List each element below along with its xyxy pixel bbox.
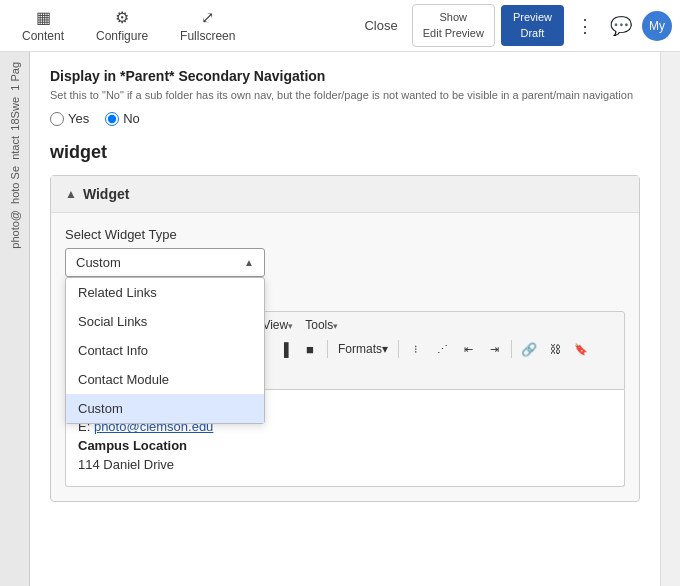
- sep5: [511, 340, 512, 358]
- no-label: No: [123, 111, 140, 126]
- dropdown-trigger[interactable]: Custom ▲: [65, 248, 265, 277]
- sidebar-address: 18Swe: [9, 97, 21, 131]
- dropdown-item-custom[interactable]: Custom: [66, 394, 264, 423]
- show-edit-preview-button[interactable]: Show Edit Preview: [412, 4, 495, 47]
- tab-configure-label: Configure: [96, 29, 148, 43]
- tab-content-label: Content: [22, 29, 64, 43]
- widget-type-dropdown[interactable]: Custom ▲ Related Links Social Links Cont…: [65, 248, 265, 277]
- dropdown-item-social-links[interactable]: Social Links: [66, 307, 264, 336]
- content-campus-location-heading: Campus Location: [78, 438, 612, 453]
- radio-no-label[interactable]: No: [105, 111, 140, 126]
- toolbar-tabs: ▦ Content ⚙ Configure ⤢ Fullscreen: [8, 0, 249, 51]
- dropdown-selected-value: Custom: [76, 255, 121, 270]
- main-area: 1 Pag 18Swe ntact hoto Se photo@ Display…: [0, 52, 680, 586]
- sidebar-page-label: 1 Pag: [9, 62, 21, 91]
- tab-content[interactable]: ▦ Content: [8, 0, 78, 51]
- sidebar-photo: hoto Se: [9, 166, 21, 204]
- sidebar-contact: ntact: [9, 136, 21, 160]
- wysiwyg-unlink-btn[interactable]: ⛓: [543, 338, 567, 360]
- show-edit-label: Show Edit Preview: [423, 11, 484, 39]
- tab-fullscreen[interactable]: ⤢ Fullscreen: [166, 0, 249, 51]
- wysiwyg-ul-btn[interactable]: ⁝: [404, 338, 428, 360]
- top-toolbar: ▦ Content ⚙ Configure ⤢ Fullscreen Close…: [0, 0, 680, 52]
- tab-configure[interactable]: ⚙ Configure: [82, 0, 162, 51]
- preview-draft-button[interactable]: Preview Draft: [501, 5, 564, 46]
- wysiwyg-tools-menu[interactable]: Tools▾: [300, 316, 343, 334]
- sep4: [398, 340, 399, 358]
- chevron-up-icon: ▲: [65, 187, 77, 201]
- dropdown-item-contact-info[interactable]: Contact Info: [66, 336, 264, 365]
- nav-display-section: Display in *Parent* Secondary Navigation…: [50, 68, 640, 126]
- wysiwyg-indent-btn[interactable]: ⇥: [482, 338, 506, 360]
- fullscreen-icon: ⤢: [201, 8, 214, 27]
- radio-group: Yes No: [50, 111, 640, 126]
- radio-yes[interactable]: [50, 112, 64, 126]
- wysiwyg-outdent-btn[interactable]: ⇤: [456, 338, 480, 360]
- nav-display-description: Set this to "No" if a sub folder has its…: [50, 88, 640, 103]
- preview-draft-label: Preview Draft: [513, 11, 552, 39]
- radio-yes-label[interactable]: Yes: [50, 111, 89, 126]
- select-widget-label: Select Widget Type: [65, 227, 625, 242]
- close-button[interactable]: Close: [356, 14, 405, 37]
- chat-icon: 💬: [606, 11, 636, 41]
- sep3: [327, 340, 328, 358]
- user-avatar[interactable]: My: [642, 11, 672, 41]
- wysiwyg-ol-btn[interactable]: ⋰: [430, 338, 454, 360]
- sidebar-email: photo@: [9, 210, 21, 249]
- content-icon: ▦: [36, 8, 51, 27]
- nav-display-title: Display in *Parent* Secondary Navigation: [50, 68, 640, 84]
- toolbar-right: Close Show Edit Preview Preview Draft ⋮ …: [356, 4, 672, 47]
- tab-fullscreen-label: Fullscreen: [180, 29, 235, 43]
- dropdown-arrow-icon: ▲: [244, 257, 254, 268]
- radio-no[interactable]: [105, 112, 119, 126]
- wysiwyg-link-btn[interactable]: 🔗: [517, 338, 541, 360]
- dropdown-item-related-links[interactable]: Related Links: [66, 278, 264, 307]
- dropdown-menu: Related Links Social Links Contact Info …: [65, 277, 265, 424]
- configure-icon: ⚙: [115, 8, 129, 27]
- widget-card-title: Widget: [83, 186, 130, 202]
- wysiwyg-formats-dropdown[interactable]: Formats▾: [333, 340, 393, 358]
- widget-section-title: widget: [50, 142, 640, 163]
- more-options-button[interactable]: ⋮: [570, 11, 600, 41]
- right-sidebar: [660, 52, 680, 586]
- left-sidebar: 1 Pag 18Swe ntact hoto Se photo@: [0, 52, 30, 586]
- wysiwyg-align-right-btn[interactable]: ▐: [272, 338, 296, 360]
- widget-card: ▲ Widget Select Widget Type Custom ▲ Rel…: [50, 175, 640, 502]
- widget-card-body: Select Widget Type Custom ▲ Related Link…: [51, 213, 639, 501]
- yes-label: Yes: [68, 111, 89, 126]
- content-panel: Display in *Parent* Secondary Navigation…: [30, 52, 660, 586]
- wysiwyg-align-justify-btn[interactable]: ■: [298, 338, 322, 360]
- widget-card-header[interactable]: ▲ Widget: [51, 176, 639, 213]
- content-address-line1: 114 Daniel Drive: [78, 457, 612, 472]
- dropdown-item-contact-module[interactable]: Contact Module: [66, 365, 264, 394]
- wysiwyg-bookmark-btn[interactable]: 🔖: [569, 338, 593, 360]
